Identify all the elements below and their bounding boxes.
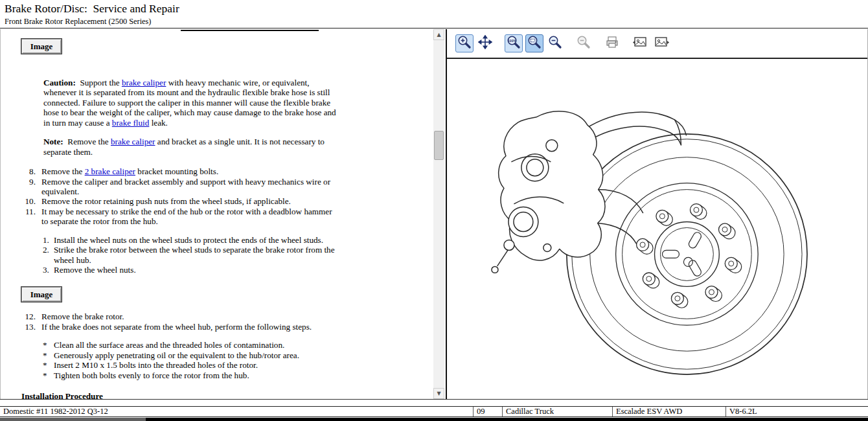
list-item: 13.If the brake does not separate from t… — [2, 322, 337, 332]
list-marker: * — [43, 370, 51, 380]
list-marker: 1. — [43, 235, 51, 245]
text-segment: Generously apply penetrating oil or the … — [54, 350, 299, 360]
scroll-down-button[interactable]: ▼ — [433, 388, 444, 399]
text-segment: Remove the — [41, 166, 85, 176]
text: Install the wheel nuts on the wheel stud… — [54, 235, 323, 245]
list-marker: 9. — [20, 177, 36, 197]
main-area: ImageCaution: Support the brake caliper … — [0, 29, 868, 400]
list-marker: 2. — [43, 245, 51, 265]
text: Caution: Support the brake caliper with … — [43, 78, 338, 128]
text: It may be necessary to strike the end of… — [41, 207, 337, 227]
section-heading: Installation Procedure — [21, 391, 433, 399]
scroll-up-button[interactable]: ▲ — [433, 29, 444, 40]
image-toolbar: 100% — [447, 29, 867, 59]
list-marker: 11. — [20, 207, 36, 227]
text-segment: Insert 2 M10 x 1.5 bolts into the thread… — [54, 360, 258, 370]
pan-icon — [478, 35, 492, 52]
copy-image-icon — [632, 35, 649, 52]
text: Remove the 2 brake caliper bracket mount… — [41, 166, 218, 176]
list-item: 3.Remove the wheel nuts. — [2, 265, 337, 275]
bottom-edge-left — [0, 418, 146, 421]
list-marker: * — [43, 360, 51, 370]
zoom-100-button[interactable]: 100% — [505, 34, 523, 52]
text-segment: Install the wheel nuts on the wheel stud… — [54, 235, 323, 245]
list-marker: * — [43, 340, 51, 350]
list-item: 11.It may be necessary to strike the end… — [2, 207, 337, 227]
text-segment: Remove the wheel nuts. — [54, 265, 136, 275]
zoom-inactive-icon — [577, 35, 591, 52]
zoom-out-icon — [548, 35, 562, 52]
zoom-inactive-button[interactable] — [575, 34, 593, 52]
list-marker: 3. — [43, 265, 51, 275]
list-item: 9.Remove the caliper and bracket assembl… — [2, 177, 337, 197]
image-button[interactable]: Image — [21, 287, 62, 302]
zoom-in-button[interactable] — [455, 34, 474, 52]
text-segment: Strike the brake rotor between the wheel… — [54, 245, 337, 264]
scrollbar-thumb[interactable] — [434, 131, 444, 160]
text: Remove the rotor retaining push nuts fro… — [41, 196, 291, 206]
hyperlink[interactable]: brake fluid — [112, 118, 150, 128]
paragraph: Caution: Support the brake caliper with … — [43, 78, 339, 128]
text-segment: Note: — [43, 137, 63, 146]
illustration-panel: 100% — [447, 29, 868, 399]
document-scrollbar[interactable]: ▲ ▼ — [433, 29, 444, 399]
image-button[interactable]: Image — [21, 39, 62, 54]
status-make: Cadillac Truck — [502, 407, 612, 416]
text: Tighten both bolts evenly to force the r… — [54, 370, 249, 380]
status-engine: V8-6.2L — [725, 407, 868, 416]
text-segment: It may be necessary to strike the end of… — [41, 207, 334, 226]
zoom-out-button[interactable] — [546, 34, 564, 52]
hyperlink[interactable]: 2 brake caliper — [85, 166, 135, 176]
text: Remove the caliper and bracket assembly … — [41, 177, 337, 197]
print-button[interactable] — [603, 34, 621, 52]
list-marker: 12. — [20, 312, 36, 321]
list-item: 8.Remove the 2 brake caliper bracket mou… — [2, 166, 337, 176]
text-segment: bracket mounting bolts. — [135, 166, 218, 176]
zoom-in-icon — [457, 35, 472, 52]
text-segment: If the brake does not separate from the … — [41, 322, 312, 332]
text: Strike the brake rotor between the wheel… — [54, 245, 337, 265]
paragraph: Note: Remove the brake caliper and brack… — [43, 137, 339, 157]
hyperlink[interactable]: brake caliper — [111, 137, 155, 146]
printer-icon — [605, 35, 619, 52]
list-marker: 10. — [20, 196, 36, 206]
zoom-window-button[interactable] — [525, 34, 543, 52]
status-year: 09 — [473, 407, 502, 416]
svg-text:100%: 100% — [508, 39, 516, 43]
export-image-icon — [653, 35, 670, 52]
document-content: ImageCaution: Support the brake caliper … — [2, 29, 433, 399]
page-title: Brake Rotor/Disc: Service and Repair — [0, 0, 868, 16]
app-window: Brake Rotor/Disc: Service and Repair Fro… — [0, 0, 868, 421]
status-database: Domestic #11 1982-2012 Q3-12 — [0, 407, 473, 416]
text-segment: leak. — [149, 118, 168, 128]
list-item: *Insert 2 M10 x 1.5 bolts into the threa… — [2, 360, 337, 370]
status-model: Escalade ESV AWD — [612, 407, 725, 416]
text-segment: Remove the caliper and bracket assembly … — [41, 177, 332, 196]
image-button-row: Image — [21, 39, 433, 54]
document-panel: ImageCaution: Support the brake caliper … — [0, 29, 447, 399]
list-item: 1.Install the wheel nuts on the wheel st… — [2, 235, 337, 245]
text: Remove the brake rotor. — [41, 312, 124, 321]
list-item: 12.Remove the brake rotor. — [2, 312, 337, 321]
image-button-row: Image — [21, 287, 433, 302]
pan-button[interactable] — [476, 34, 494, 52]
list-marker: 8. — [20, 166, 36, 176]
text: Note: Remove the brake caliper and brack… — [43, 137, 326, 156]
export-image-button[interactable] — [652, 34, 670, 52]
list-item: *Tighten both bolts evenly to force the … — [2, 370, 337, 380]
zoom-window-icon — [527, 35, 542, 52]
text-segment: Remove the — [63, 137, 111, 146]
list-marker: * — [43, 350, 51, 360]
text: If the brake does not separate from the … — [41, 322, 312, 332]
bottom-edge — [0, 418, 868, 421]
list-item: 10.Remove the rotor retaining push nuts … — [2, 196, 337, 206]
list-item: 2.Strike the brake rotor between the whe… — [2, 245, 337, 265]
list-marker: 13. — [20, 322, 36, 332]
hyperlink[interactable]: brake caliper — [122, 78, 166, 87]
text: Clean all the surface areas and the thre… — [54, 340, 284, 350]
text-segment: Remove the rotor retaining push nuts fro… — [41, 196, 291, 206]
brake-rotor-illustration[interactable] — [447, 60, 867, 399]
text-segment: Caution: — [43, 78, 76, 87]
copy-image-button[interactable] — [632, 34, 650, 52]
text: Insert 2 M10 x 1.5 bolts into the thread… — [54, 360, 258, 370]
